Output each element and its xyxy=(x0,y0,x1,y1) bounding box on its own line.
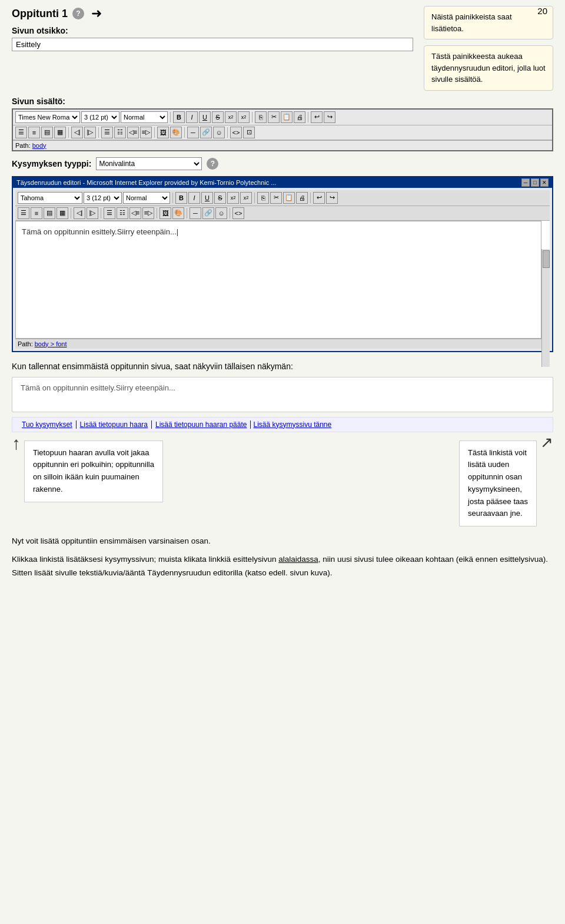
fs-image[interactable]: 🖼 xyxy=(159,207,171,219)
align-center-button[interactable]: ≡ xyxy=(28,127,40,138)
fs-strikethrough-button[interactable]: S xyxy=(214,192,226,204)
fs-print-button[interactable]: 🖨 xyxy=(296,192,308,204)
fs-align-center[interactable]: ≡ xyxy=(31,207,42,219)
fs-scrollbar-thumb xyxy=(543,250,550,268)
minimize-button[interactable]: ─ xyxy=(521,178,530,187)
style-select[interactable]: Normal xyxy=(121,111,168,123)
align-left-button[interactable]: ☰ xyxy=(15,127,27,138)
fs-cut-button[interactable]: ✂ xyxy=(270,192,282,204)
fs-align-left[interactable]: ☰ xyxy=(18,207,29,219)
callout-editor: Tästä painikkeesta aukeaa täydennysruudu… xyxy=(424,45,553,91)
link-button[interactable]: 🔗 xyxy=(200,127,212,138)
middle-text: Kun tallennat ensimmäistä oppitunnin siv… xyxy=(12,362,553,371)
list-indent-button[interactable]: ≡▷ xyxy=(140,127,152,138)
fs-list-ul[interactable]: ☰ xyxy=(104,207,115,219)
path-label: Path: xyxy=(15,142,31,149)
fs-copy-button[interactable]: ⎘ xyxy=(257,192,269,204)
fs-indent[interactable]: |▷ xyxy=(87,207,98,219)
fs-italic-button[interactable]: I xyxy=(188,192,200,204)
question-type-select[interactable]: Monivalinta xyxy=(96,157,202,170)
fs-underline-button[interactable]: U xyxy=(201,192,213,204)
arrow-right-icon: ↗ xyxy=(540,435,553,450)
fs-list-ol[interactable]: ☷ xyxy=(117,207,128,219)
fs-list-indent[interactable]: ≡▷ xyxy=(142,207,154,219)
fs-undo-button[interactable]: ↩ xyxy=(313,192,325,204)
callout-right: Tästä linkistä voit lisätä uuden oppitun… xyxy=(459,441,537,527)
fs-emoji[interactable]: ☺ xyxy=(215,207,227,219)
fs-size-select[interactable]: 3 (12 pt) xyxy=(84,192,122,204)
fs-color[interactable]: 🎨 xyxy=(172,207,184,219)
toolbar-sep-2 xyxy=(252,112,252,122)
color-button[interactable]: 🎨 xyxy=(170,127,182,138)
close-button[interactable]: ✕ xyxy=(540,178,549,187)
list-unordered-button[interactable]: ☰ xyxy=(101,127,113,138)
fs-scrollbar[interactable] xyxy=(541,249,550,367)
question-type-label: Kysymyksen tyyppi: xyxy=(12,159,91,168)
page-number: 20 xyxy=(537,6,547,16)
subscript-button[interactable]: x2 xyxy=(225,111,237,123)
callout-main: Näistä painikkeista saat lisätietoa. xyxy=(424,6,553,39)
align-right-button[interactable]: ▤ xyxy=(41,127,53,138)
fs-editor-content[interactable]: Tämä on oppitunnin esittely.Siirry eteen… xyxy=(15,221,541,339)
fs-hr[interactable]: ─ xyxy=(190,207,201,219)
page-title-input[interactable] xyxy=(12,38,413,51)
toolbar-sep-8 xyxy=(227,127,228,138)
maximize-button[interactable]: □ xyxy=(531,178,539,187)
link-lisaa-haara[interactable]: Lisää tietopuun haara xyxy=(77,420,152,429)
toolbar-sep-4 xyxy=(68,127,69,138)
fs-paste-button[interactable]: 📋 xyxy=(283,192,295,204)
strikethrough-button[interactable]: S xyxy=(212,111,224,123)
bold-button[interactable]: B xyxy=(173,111,185,123)
emoji-button[interactable]: ☺ xyxy=(213,127,225,138)
fs-html[interactable]: <> xyxy=(232,207,244,219)
superscript-button[interactable]: x2 xyxy=(238,111,250,123)
list-ordered-button[interactable]: ☷ xyxy=(114,127,126,138)
arrow-left-icon: ↑ xyxy=(12,435,21,452)
bottom-p1: Nyt voit lisätä oppituntiin ensimmäisen … xyxy=(12,535,553,548)
hr-button[interactable]: ─ xyxy=(187,127,199,138)
callout-left: Tietopuun haaran avulla voit jakaa oppit… xyxy=(24,441,163,502)
indent-button[interactable]: |▷ xyxy=(84,127,96,138)
content-section-label: Sivun sisältö: xyxy=(12,97,553,106)
toolbar-sep-6 xyxy=(154,127,155,138)
question-type-help-icon[interactable]: ? xyxy=(207,158,218,170)
list-outdent-button[interactable]: ◁≡ xyxy=(127,127,139,138)
fs-outdent[interactable]: ◁| xyxy=(74,207,85,219)
print-button[interactable]: 🖨 xyxy=(294,111,305,123)
link-lisaa-haaran-paate[interactable]: Lisää tietopuun haaran pääte xyxy=(152,420,251,429)
toolbar-sep-7 xyxy=(184,127,185,138)
fs-redo-button[interactable]: ↪ xyxy=(326,192,338,204)
fs-align-right[interactable]: ▤ xyxy=(44,207,55,219)
italic-button[interactable]: I xyxy=(186,111,198,123)
path-body-link[interactable]: body xyxy=(32,142,46,149)
cut-button[interactable]: ✂ xyxy=(268,111,280,123)
arrow-icon: ➜ xyxy=(91,6,102,21)
html-button[interactable]: <> xyxy=(230,127,242,138)
lesson-help-icon[interactable]: ? xyxy=(72,8,84,19)
link-bar: Tuo kysymykset Lisää tietopuun haara Lis… xyxy=(12,417,553,432)
copy-button[interactable]: ⎘ xyxy=(255,111,267,123)
redo-button[interactable]: ↪ xyxy=(324,111,335,123)
font-select[interactable]: Times New Roman xyxy=(15,111,80,123)
fs-align-justify[interactable]: ▦ xyxy=(56,207,68,219)
underline-button[interactable]: U xyxy=(199,111,211,123)
fs-style-select[interactable]: Normal xyxy=(123,192,170,204)
fs-list-outdent[interactable]: ◁≡ xyxy=(129,207,141,219)
fs-superscript-button[interactable]: x2 xyxy=(240,192,252,204)
size-select[interactable]: 3 (12 pt) xyxy=(81,111,119,123)
link-lisaa-kysymyssivu[interactable]: Lisää kysymyssivu tänne xyxy=(251,420,334,429)
fs-link[interactable]: 🔗 xyxy=(202,207,214,219)
link-tuo-kysymykset[interactable]: Tuo kysymykset xyxy=(18,420,77,429)
fullscreen-editor-titlebar: Täysdenruudun editori - Microsoft Intern… xyxy=(13,177,552,188)
align-justify-button[interactable]: ▦ xyxy=(54,127,66,138)
fs-path-link[interactable]: body > font xyxy=(35,340,67,347)
undo-button[interactable]: ↩ xyxy=(311,111,323,123)
outdent-button[interactable]: ◁| xyxy=(71,127,83,138)
fs-font-select[interactable]: Tahoma xyxy=(18,192,82,204)
fs-subscript-button[interactable]: x2 xyxy=(227,192,239,204)
fs-path-label: Path: xyxy=(18,340,33,347)
fs-bold-button[interactable]: B xyxy=(175,192,187,204)
image-button[interactable]: 🖼 xyxy=(157,127,169,138)
fullscreen-button[interactable]: ⊡ xyxy=(243,127,255,138)
paste-button[interactable]: 📋 xyxy=(281,111,293,123)
